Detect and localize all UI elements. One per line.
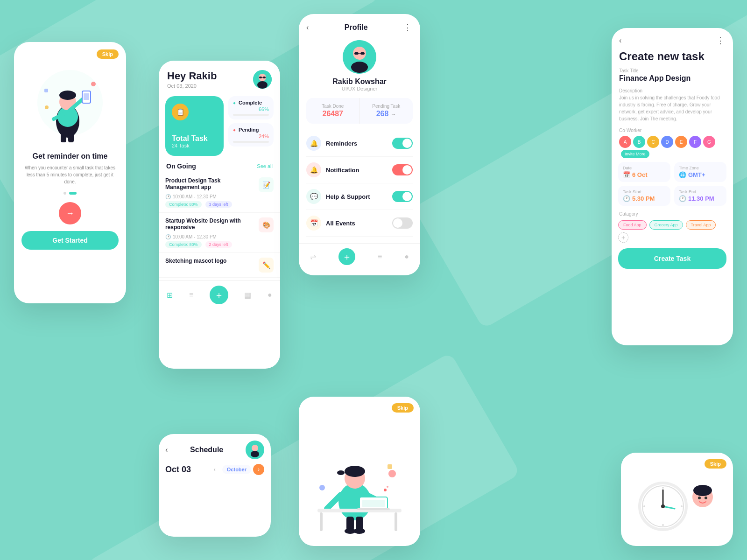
total-task-sub: 24 Task: [172, 143, 217, 148]
task-title-value: Finance App Design: [619, 74, 726, 83]
invite-more-button[interactable]: Invite More: [621, 150, 649, 158]
task-item-1[interactable]: Product Design Task Management app 📝 🕐 1…: [159, 173, 280, 213]
pending-task-card[interactable]: ● Pending 24%: [228, 123, 274, 147]
profile-nav-add-button[interactable]: ＋: [338, 248, 355, 265]
task-item-1-icon: 📝: [259, 177, 274, 192]
task-item-2-icon: 🎨: [259, 217, 274, 232]
coworker-6: F: [689, 136, 701, 148]
month-label: October: [222, 465, 251, 474]
menu-help-support-left: 💬 Help & Support: [306, 189, 370, 204]
get-started-button[interactable]: Get Started: [21, 231, 119, 250]
menu-all-events: 📅 All Events: [306, 210, 413, 237]
total-task-card[interactable]: 📋 Total Task 24 Task: [165, 96, 224, 156]
task-item-1-complete: Complete: 80%: [165, 201, 202, 208]
profile-nav-dot-icon[interactable]: ●: [404, 252, 409, 261]
svg-point-28: [251, 451, 259, 457]
category-food-app[interactable]: Food App: [618, 220, 647, 230]
reminders-toggle-knob: [402, 139, 412, 148]
profile-bottom-nav: ⇌ ＋ ≡ ●: [299, 243, 420, 268]
notification-label: Notification: [326, 167, 359, 174]
dashboard-date: Oct 03, 2020: [167, 83, 217, 89]
task-item-3-title: Sketching mascot logo: [165, 258, 255, 264]
profile-more-icon[interactable]: ⋮: [403, 22, 413, 33]
svg-point-22: [351, 62, 368, 73]
svg-point-58: [661, 504, 665, 508]
reminders-toggle[interactable]: [392, 138, 413, 149]
task-item-2-badges: Complete: 80% 2 days left: [165, 241, 274, 248]
reminder-subtitle: When you encounter a small task that tak…: [23, 164, 117, 185]
category-add-button[interactable]: +: [618, 232, 628, 243]
timezone-label: Time Zone: [679, 166, 722, 170]
svg-point-27: [252, 445, 258, 451]
screen-profile: ‹ Profile ⋮ Rakib Kowshar UI/UX Designer: [299, 14, 420, 275]
illus-skip-button[interactable]: Skip: [392, 403, 414, 413]
nav-dot-icon[interactable]: ●: [268, 291, 272, 299]
create-task-more-icon[interactable]: ⋮: [716, 35, 726, 46]
category-grocery-app[interactable]: Grocery App: [649, 220, 683, 230]
category-label: Catagory: [619, 211, 726, 217]
svg-point-12: [45, 105, 49, 109]
profile-nav-filter-icon[interactable]: ⇌: [310, 252, 316, 261]
profile-back-icon[interactable]: ‹: [306, 23, 309, 32]
svg-point-48: [384, 489, 387, 491]
profile-topbar: ‹ Profile ⋮: [299, 14, 420, 33]
reminders-label: Reminders: [326, 140, 357, 147]
profile-avatar: [343, 40, 376, 74]
coworker-row: A B C D E F G Invite More: [619, 136, 726, 158]
arrow-button[interactable]: →: [59, 202, 81, 224]
task-item-2[interactable]: Startup Website Design with responsive 🎨…: [159, 213, 280, 253]
task-item-3[interactable]: Sketching mascot logo ✏️: [159, 253, 280, 278]
see-all-button[interactable]: See all: [257, 163, 273, 169]
skip-button[interactable]: Skip: [97, 49, 119, 59]
nav-home-icon[interactable]: ⊞: [167, 291, 173, 300]
schedule-back-icon[interactable]: ‹: [165, 446, 168, 454]
bottom-right-skip-button[interactable]: Skip: [705, 459, 726, 469]
schedule-avatar[interactable]: [246, 441, 264, 459]
notification-toggle[interactable]: [392, 164, 413, 175]
nav-list-icon[interactable]: ≡: [189, 291, 193, 299]
complete-task-card[interactable]: ● Complete 66%: [228, 96, 274, 119]
category-travel-app[interactable]: Travel App: [686, 220, 716, 230]
pending-task-value: 268 →: [365, 110, 409, 118]
task-item-1-badges: Complete: 80% 3 days left: [165, 201, 274, 208]
coworker-2: B: [633, 136, 645, 148]
profile-nav-list-icon[interactable]: ≡: [378, 252, 382, 261]
menu-reminders: 🔔 Reminders: [306, 130, 413, 157]
task-start-cell: Task Start 🕐5.30 PM: [618, 186, 670, 206]
create-task-button[interactable]: Create Task: [618, 248, 726, 269]
menu-all-events-left: 📅 All Events: [306, 216, 355, 231]
pending-task-stat: Pending Task 268 →: [359, 98, 413, 124]
svg-point-49: [387, 486, 388, 488]
svg-point-32: [337, 470, 345, 475]
fab-add-button[interactable]: ＋: [210, 286, 228, 304]
help-support-toggle-knob: [402, 192, 412, 201]
svg-point-47: [319, 485, 325, 490]
task-item-1-days: 3 days left: [205, 201, 232, 208]
total-task-icon: 📋: [172, 104, 189, 120]
date-cell: Date 📅6 Oct: [618, 162, 670, 182]
month-next-button[interactable]: ›: [253, 464, 264, 475]
month-prev-button[interactable]: ‹: [209, 464, 220, 475]
task-item-1-header: Product Design Task Management app 📝: [165, 177, 274, 192]
dashboard-avatar[interactable]: [253, 70, 272, 89]
schedule-title: Schedule: [190, 446, 223, 454]
schedule-topbar: ‹ Schedule: [159, 434, 271, 459]
ongoing-label: On Going: [166, 162, 196, 170]
svg-rect-18: [263, 77, 266, 78]
pending-task-header: ● Pending: [233, 127, 269, 133]
all-events-toggle[interactable]: [392, 217, 413, 229]
svg-rect-41: [395, 512, 397, 531]
notification-icon: 🔔: [306, 162, 321, 177]
nav-calendar-icon[interactable]: ▦: [244, 291, 251, 300]
task-title-label: Task Title: [619, 68, 726, 73]
create-task-back-icon[interactable]: ‹: [619, 36, 621, 45]
all-events-label: All Events: [326, 220, 355, 227]
svg-point-45: [388, 470, 396, 477]
task-start-value: 🕐5.30 PM: [623, 195, 666, 202]
side-task-cards: ● Complete 66% ● Pending 24%: [228, 96, 274, 156]
svg-rect-40: [320, 512, 323, 531]
profile-avatar-wrap: Rakib Kowshar UI/UX Designer: [299, 40, 420, 91]
help-support-toggle[interactable]: [392, 191, 413, 202]
menu-help-support: 💬 Help & Support: [306, 183, 413, 210]
svg-rect-24: [360, 52, 365, 55]
